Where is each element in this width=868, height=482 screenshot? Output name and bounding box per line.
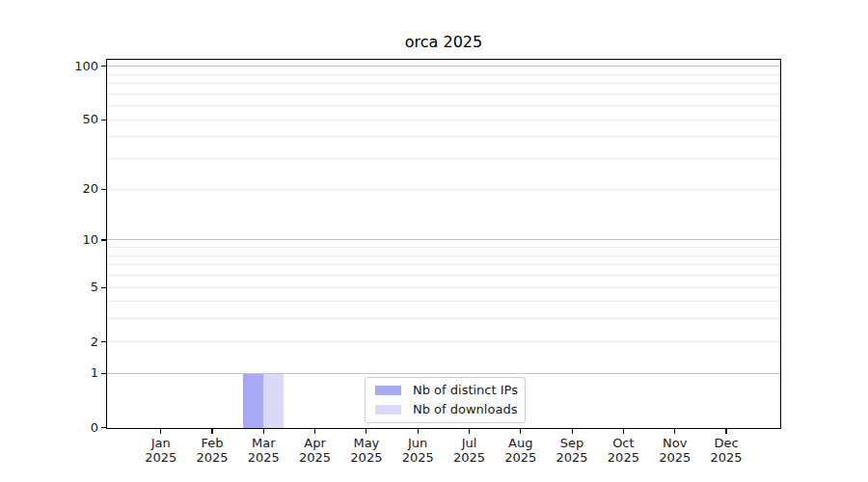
x-tick-year: 2025 — [495, 450, 547, 465]
x-tick-month: Apr — [289, 436, 341, 450]
legend-swatch-downloads — [375, 405, 401, 415]
chart-figure: orca 2025 0125102050100 Jan2025Feb2025Ma… — [0, 0, 868, 482]
x-tick-year: 2025 — [186, 450, 238, 465]
y-tick-label: 1 — [0, 365, 98, 381]
x-tick-label-oct: Oct2025 — [597, 436, 649, 465]
x-tick-year: 2025 — [289, 450, 341, 465]
x-tick-label-jul: Jul2025 — [444, 436, 496, 465]
y-tick-mark — [101, 341, 106, 342]
legend-label-downloads: Nb of downloads — [413, 402, 517, 417]
y-tick-label: 2 — [0, 335, 98, 350]
legend: Nb of distinct IPs Nb of downloads — [365, 377, 526, 423]
y-tick-mark — [101, 66, 106, 67]
x-tick-month: Jul — [444, 436, 496, 450]
plot-area — [106, 59, 781, 429]
y-tick-label: 20 — [0, 181, 98, 197]
x-tick-label-nov: Nov2025 — [649, 436, 701, 465]
x-tick-month: Nov — [649, 436, 701, 450]
x-tick-label-sep: Sep2025 — [546, 436, 598, 465]
legend-item-distinct-ips: Nb of distinct IPs — [375, 383, 515, 398]
y-tick-label: 100 — [0, 59, 98, 74]
x-tick-year: 2025 — [546, 450, 598, 465]
x-tick-month: May — [340, 436, 393, 450]
y-tick-mark — [101, 373, 106, 374]
x-tick-year: 2025 — [597, 450, 649, 465]
legend-swatch-distinct-ips — [375, 386, 401, 395]
y-tick-mark — [101, 189, 106, 190]
x-tick-mark — [674, 429, 675, 434]
x-tick-year: 2025 — [649, 450, 701, 465]
y-tick-mark — [101, 287, 106, 288]
x-tick-month: Jan — [135, 436, 187, 450]
x-tick-month: Mar — [237, 436, 289, 450]
x-tick-month: Jun — [392, 436, 444, 450]
y-tick-label: 0 — [0, 420, 98, 436]
bar-nb-of-distinct-ips — [243, 374, 263, 428]
x-tick-mark — [520, 429, 521, 434]
bar-layer — [107, 60, 780, 428]
x-tick-label-aug: Aug2025 — [495, 436, 547, 465]
x-tick-mark — [211, 429, 212, 434]
x-tick-year: 2025 — [340, 450, 393, 465]
x-tick-label-apr: Apr2025 — [289, 436, 341, 465]
x-tick-month: Oct — [597, 436, 649, 450]
x-tick-year: 2025 — [135, 450, 187, 465]
x-tick-mark — [314, 429, 315, 434]
x-tick-label-jan: Jan2025 — [135, 436, 187, 465]
x-tick-mark — [572, 429, 573, 434]
x-tick-month: Feb — [186, 436, 238, 450]
legend-label-distinct-ips: Nb of distinct IPs — [413, 383, 518, 398]
x-tick-mark — [725, 429, 726, 434]
x-tick-label-mar: Mar2025 — [237, 436, 289, 465]
x-tick-year: 2025 — [237, 450, 289, 465]
x-tick-year: 2025 — [700, 450, 752, 465]
x-tick-label-feb: Feb2025 — [186, 436, 238, 465]
x-tick-mark — [366, 429, 366, 434]
x-tick-mark — [469, 429, 470, 434]
x-tick-year: 2025 — [444, 450, 496, 465]
y-tick-label: 10 — [0, 232, 98, 248]
x-tick-year: 2025 — [392, 450, 444, 465]
x-tick-month: Sep — [546, 436, 598, 450]
chart-title: orca 2025 — [106, 33, 781, 52]
x-tick-month: Dec — [700, 436, 752, 450]
x-tick-mark — [418, 429, 419, 434]
x-tick-mark — [623, 429, 624, 434]
y-tick-mark — [101, 120, 106, 120]
x-tick-label-may: May2025 — [340, 436, 393, 465]
y-tick-mark — [101, 427, 106, 428]
x-tick-label-dec: Dec2025 — [700, 436, 752, 465]
y-tick-label: 5 — [0, 280, 98, 295]
x-tick-month: Aug — [495, 436, 547, 450]
bar-nb-of-downloads — [263, 374, 284, 428]
x-tick-mark — [263, 429, 264, 434]
y-tick-mark — [101, 239, 106, 240]
x-tick-mark — [160, 429, 161, 434]
x-tick-label-jun: Jun2025 — [392, 436, 444, 465]
y-tick-label: 50 — [0, 112, 98, 127]
legend-item-downloads: Nb of downloads — [375, 402, 515, 417]
